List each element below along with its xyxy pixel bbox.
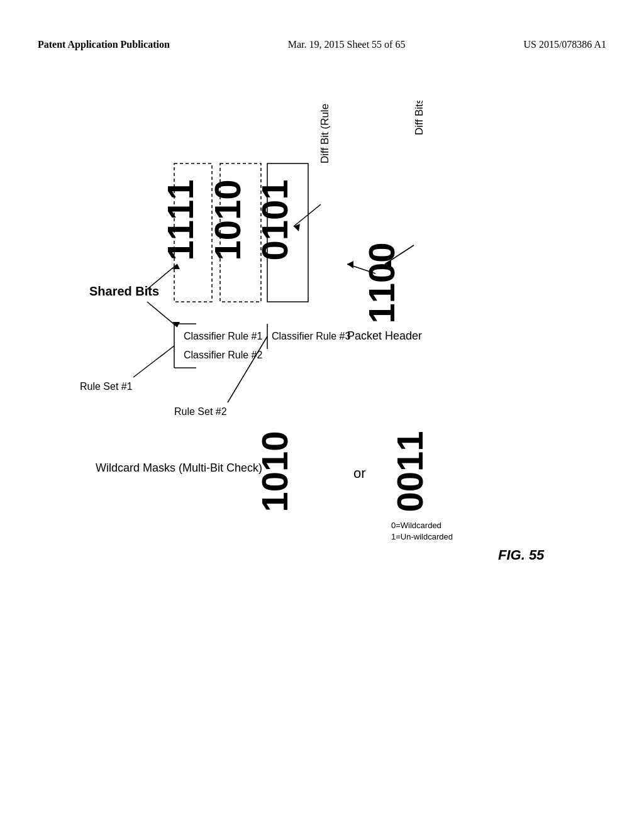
legend-0: 0=Wildcarded [391, 521, 441, 530]
shared-bits-label: Shared Bits [89, 284, 159, 298]
page-header: Patent Application Publication Mar. 19, … [0, 38, 644, 52]
sheet-info: Mar. 19, 2015 Sheet 55 of 65 [288, 38, 406, 52]
value-1111: 1111 [160, 179, 201, 260]
svg-line-13 [294, 204, 321, 226]
diff-bits-rule-set-2-label: Diff Bits (Rule Set #2) [413, 101, 425, 135]
value-1010-rule: 1010 [207, 179, 248, 260]
legend-1: 1=Un-wildcarded [391, 532, 453, 541]
classifier-rule-3-label: Classifier Rule #3 [272, 331, 350, 341]
diagram-svg: Shared Bits 1111 1010 0101 Classifier Ru… [38, 101, 606, 792]
value-0011: 0011 [389, 431, 430, 512]
value-0101: 0101 [254, 179, 295, 260]
diagram-area: Shared Bits 1111 1010 0101 Classifier Ru… [38, 101, 606, 792]
wildcard-masks-label: Wildcard Masks (Multi-Bit Check) [96, 462, 262, 474]
svg-line-2 [147, 302, 177, 327]
rule-set-1-label: Rule Set #1 [80, 381, 133, 392]
classifier-rule-2-label: Classifier Rule #2 [184, 350, 262, 360]
svg-line-12 [228, 336, 267, 402]
or-label: or [353, 465, 366, 481]
value-1010-wc: 1010 [254, 431, 295, 512]
svg-line-0 [147, 264, 177, 289]
packet-header-label: Packet Header [347, 329, 422, 342]
patent-number: US 2015/078386 A1 [523, 38, 606, 52]
publication-label: Patent Application Publication [38, 38, 170, 52]
svg-line-10 [133, 346, 174, 377]
diff-bit-rule-set-1-label: Diff Bit (Rule Set #1) [319, 101, 331, 163]
classifier-rule-1-label: Classifier Rule #1 [184, 331, 262, 341]
figure-label: FIG. 55 [498, 547, 545, 563]
value-1100: 1100 [361, 242, 402, 323]
rule-set-2-label: Rule Set #2 [174, 406, 227, 417]
svg-marker-16 [347, 261, 353, 268]
